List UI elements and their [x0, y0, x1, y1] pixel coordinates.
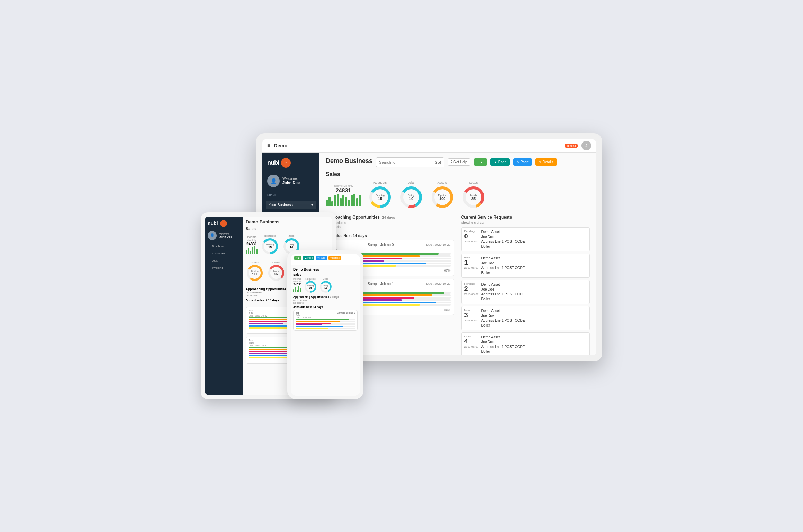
req-item-4: Open 4 2019-06-07 Demo Asset Joe Doe Add… [461, 332, 590, 355]
business-title: Demo Business [326, 157, 372, 165]
req-status-1: New 1 2019-06-07 [464, 256, 479, 275]
tablet-requests-label: Requests [261, 234, 279, 237]
pending-donut: Pending 15 [368, 185, 392, 209]
job-name-0: Sample Job no 0 [368, 243, 394, 247]
phone-small-toolbar: +▲ ▲Page ✎Page ✎Details [294, 256, 341, 260]
phone-job-due-0: Due: 2020-10-22 [296, 316, 355, 318]
sidebar-menu-label: MENU [262, 191, 319, 199]
topbar-title: Demo [274, 143, 287, 148]
req-item-3: New 3 2019-06-07 Demo Asset Joe Doe Addr… [461, 306, 590, 330]
doing-donut: Doing 10 [399, 185, 423, 209]
sales-section-title: Sales [326, 171, 590, 177]
pipeline-label: Pipeline [438, 194, 447, 196]
avatar: 👤 [267, 175, 280, 187]
leads-donut: Leads 25 [461, 185, 486, 209]
tablet-sidebar-customers[interactable]: Customers [205, 250, 243, 257]
requests-stat: Requests Pending 15 [368, 181, 392, 209]
phone-job-header-0: Job Sample Job no 0 [296, 312, 355, 314]
two-col-section: Approaching Opportunities 14 days no sch… [326, 215, 590, 355]
phone-business-title: Demo Business [293, 268, 358, 272]
sidebar-section-business[interactable]: Your Business ▾ [262, 199, 319, 211]
phone-main: Demo Business Sales Income Monthly 24831 [291, 265, 360, 396]
phone-add-btn[interactable]: +▲ [294, 256, 301, 260]
tablet-requests-donut: Requests Pending 15 [261, 234, 279, 255]
income-stat: Income Monthly 24831 [326, 184, 361, 206]
assets-stat: Assets Pipeline 100 [430, 181, 454, 209]
tablet-pipeline-donut: Pipeline 100 [246, 264, 264, 282]
tablet-leads-donut: Leads Leads 25 [267, 261, 285, 282]
jobs-stat: Jobs Doing 10 [399, 181, 423, 209]
sidebar-user-section: 👤 Welcome, John Doe [262, 171, 319, 191]
req-status-0: Pending 0 2019-06-07 [464, 230, 479, 249]
job-due-1: Due : 2020-10-22 [426, 282, 450, 286]
help-button[interactable]: ? Get Help [448, 158, 470, 166]
phone-income-period: Monthly [293, 280, 302, 283]
jobs-label: Jobs [399, 181, 423, 184]
page-header: Demo Business Go! ? Get Help + ▲ ▲ Page … [326, 157, 590, 167]
doing-value: 10 [408, 196, 414, 200]
tablet-username: John Doe [219, 235, 232, 238]
leads-stat: Leads Leads 25 [461, 181, 486, 209]
job-due-0: Due : 2020-10-22 [426, 243, 450, 247]
page-button-2[interactable]: ✎ Page [513, 158, 532, 166]
pipeline-donut: Pipeline 100 [430, 185, 454, 209]
tablet-income: Income Monthly 24831 [246, 235, 258, 254]
tokens-badge: Tokens [565, 144, 578, 148]
details-button[interactable]: ✎ Details [535, 158, 557, 166]
req-info-2: Demo Asset Joe Doe Address Lne 1 POST CO… [481, 282, 525, 302]
phone-bar-chart [293, 286, 302, 292]
laptop-topbar: ≡ Demo Tokens J [262, 139, 596, 153]
add-button[interactable]: + ▲ [474, 158, 487, 166]
phone-topbar: +▲ ▲Page ✎Page ✎Details [291, 254, 360, 265]
req-item-0: Pending 0 2019-06-07 Demo Asset Joe Doe … [461, 227, 590, 251]
tablet-user-info: Welcome, John Doe [219, 233, 232, 238]
phone-no-assets: no assets [293, 302, 358, 304]
phone-jobs-label: Jobs [319, 278, 332, 280]
phone-income-label: Income [293, 278, 302, 280]
search-box: Go! [376, 157, 444, 167]
leads-donut-value: 25 [470, 196, 477, 200]
tablet-bar-chart [246, 246, 258, 254]
assets-label: Assets [430, 181, 454, 184]
phone-pending-donut: Pending 15 [304, 280, 317, 293]
opps-title: Approaching Opportunities 14 days [326, 215, 454, 220]
tablet-doing-value: 10 [289, 246, 294, 249]
tablet-leads-donut-inner: Leads 25 [267, 264, 285, 282]
tablet-sidebar-dashboard[interactable]: Dashboard [205, 242, 243, 250]
req-status-4: Open 4 2019-06-07 [464, 335, 479, 354]
pipeline-value: 100 [438, 196, 447, 200]
phone-screen: +▲ ▲Page ✎Page ✎Details Demo Business Sa… [291, 254, 360, 396]
leads-label: Leads [461, 181, 486, 184]
chevron-down-icon: ▾ [311, 203, 313, 207]
phone-details-btn[interactable]: ✎Details [328, 256, 341, 260]
phone-page-btn1[interactable]: ▲Page [303, 256, 314, 260]
phone-doing-donut: Doing 10 [319, 280, 332, 293]
phone-sales-row: Income Monthly 24831 Requests [293, 278, 358, 293]
phone-requests-donut: Requests Pending 15 [304, 278, 317, 293]
hamburger-icon[interactable]: ≡ [267, 143, 270, 149]
phone-no-schedules: no schedules [293, 299, 358, 302]
tablet-income-label: Income [246, 235, 258, 239]
service-requests-section: Current Service Requests Showing 5 of 32… [461, 215, 590, 355]
page-button-1[interactable]: ▲ Page [490, 158, 510, 166]
go-button[interactable]: Go! [432, 158, 444, 167]
tablet-assets-label: Assets [246, 261, 264, 264]
tablet-business-title: Demo Business [246, 219, 329, 224]
search-input[interactable] [376, 160, 432, 164]
tablet-sidebar-jobs[interactable]: Jobs [205, 257, 243, 264]
tablet-leads-inner-value: 25 [273, 272, 279, 276]
req-info-0: Demo Asset Joe Doe Address Lne 1 POST CO… [481, 230, 525, 249]
sidebar-section-header[interactable]: Your Business ▾ [266, 201, 316, 209]
tablet-welcome: Welcome, [219, 233, 232, 235]
leads-donut-label: Leads [470, 194, 477, 196]
welcome-text: Welcome, [282, 177, 300, 181]
tablet-income-period: Monthly [246, 239, 258, 242]
job-name-1: Sample Job no 1 [368, 282, 394, 286]
user-avatar-topbar[interactable]: J [581, 141, 591, 150]
pending-value: 15 [376, 196, 385, 200]
opps-section: Approaching Opportunities 14 days no sch… [326, 215, 454, 229]
phone-income: Income Monthly 24831 [293, 278, 302, 293]
tablet-sidebar-invoicing[interactable]: Invoicing [205, 264, 243, 272]
no-assets: no assets [326, 225, 454, 229]
phone-page-btn2[interactable]: ✎Page [316, 256, 327, 260]
